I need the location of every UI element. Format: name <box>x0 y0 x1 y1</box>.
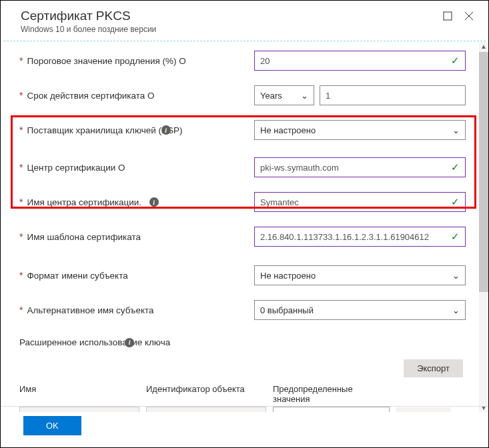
ok-button[interactable]: OK <box>23 416 81 435</box>
chevron-down-icon: ⌄ <box>452 125 460 135</box>
chevron-down-icon: ⌄ <box>452 305 460 315</box>
label-ca: Центр сертификации О <box>27 163 125 173</box>
required-marker: * <box>19 270 23 281</box>
required-marker: * <box>19 162 23 173</box>
required-marker: * <box>19 125 23 135</box>
threshold-input[interactable]: ✓ <box>254 51 466 71</box>
ksp-select[interactable]: Не настроено ⌄ <box>254 120 466 140</box>
col-header-predefined: Предопределенные значения <box>273 384 390 404</box>
col-header-name: Имя <box>19 384 139 404</box>
required-marker: * <box>19 231 23 242</box>
label-threshold: Пороговое значение продления (%) О <box>27 56 185 66</box>
label-validity: Срок действия сертификата О <box>27 91 154 101</box>
san-select[interactable]: 0 выбранный ⌄ <box>254 300 466 320</box>
san-value: 0 выбранный <box>260 305 314 315</box>
validity-unit-select[interactable]: Years ⌄ <box>254 85 314 105</box>
info-icon[interactable]: i <box>149 197 159 207</box>
required-marker: * <box>19 90 23 101</box>
chevron-down-icon: ⌄ <box>452 271 460 281</box>
chevron-down-icon: ⌄ <box>301 91 308 101</box>
info-icon[interactable]: i <box>161 125 171 135</box>
info-icon[interactable]: i <box>125 338 134 347</box>
check-icon: ✓ <box>451 161 460 173</box>
close-icon[interactable] <box>463 10 475 22</box>
validity-value-input[interactable] <box>320 85 466 105</box>
check-icon: ✓ <box>451 196 460 208</box>
ca-name-input[interactable]: ✓ <box>254 192 466 212</box>
ksp-value: Не настроено <box>260 125 316 135</box>
subject-format-value: Не настроено <box>260 271 316 281</box>
scrollbar[interactable]: ▲ ▼ <box>479 41 488 412</box>
validity-unit-value: Years <box>260 91 282 101</box>
subject-format-select[interactable]: Не настроено ⌄ <box>254 265 466 285</box>
ca-input[interactable]: ✓ <box>254 157 466 177</box>
scroll-up-icon[interactable]: ▲ <box>479 41 488 51</box>
required-marker: * <box>19 197 23 207</box>
check-icon: ✓ <box>451 231 460 243</box>
label-ksp: Поставщик хранилища ключей (KSP) <box>27 125 182 135</box>
template-input[interactable]: ✓ <box>254 227 466 247</box>
label-template: Имя шаблона сертификата <box>27 232 141 242</box>
page-title: Сертификат PKCS <box>21 9 156 23</box>
label-eku: Расширенное использование ключа <box>19 337 170 347</box>
restore-icon[interactable] <box>442 10 454 22</box>
scrollbar-thumb[interactable] <box>479 52 488 292</box>
check-icon: ✓ <box>451 55 460 67</box>
col-header-objectid: Идентификатор объекта <box>146 384 266 404</box>
required-marker: * <box>19 305 23 315</box>
page-subtitle: Windows 10 и более поздние версии <box>21 25 156 34</box>
required-marker: * <box>19 55 23 66</box>
svg-rect-0 <box>444 12 452 20</box>
label-ca-name: Имя центра сертификации. <box>27 197 141 207</box>
label-san: Альтернативное имя субъекта <box>27 305 153 315</box>
label-subject-format: Формат имени субъекта <box>27 271 127 281</box>
export-button[interactable]: Экспорт <box>404 359 463 377</box>
